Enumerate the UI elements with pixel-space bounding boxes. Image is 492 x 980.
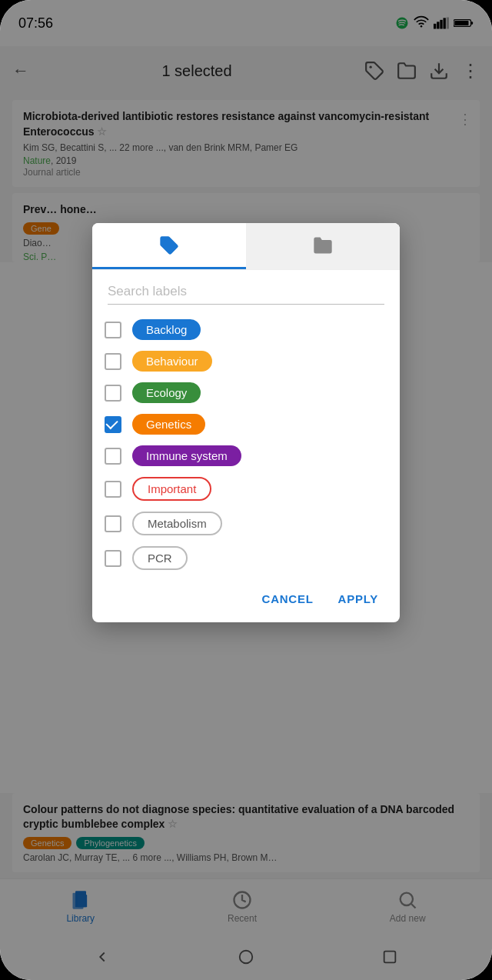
apply-button[interactable]: APPLY <box>332 588 384 610</box>
label-row-pcr: PCR <box>105 541 387 575</box>
label-badge-pcr[interactable]: PCR <box>132 546 188 570</box>
modal-tabs <box>92 223 400 270</box>
checkbox-ecology[interactable] <box>105 385 121 402</box>
label-row-ecology: Ecology <box>105 377 387 408</box>
label-row-important: Important <box>105 472 387 506</box>
checkbox-behaviour[interactable] <box>105 353 121 370</box>
modal-dialog: Backlog Behaviour Ecology Genetics Immun <box>92 223 400 622</box>
modal-search-container <box>92 270 400 308</box>
label-badge-behaviour[interactable]: Behaviour <box>132 351 212 372</box>
label-list: Backlog Behaviour Ecology Genetics Immun <box>92 308 400 582</box>
tab-folders[interactable] <box>246 223 400 269</box>
label-badge-ecology[interactable]: Ecology <box>132 382 201 403</box>
folder-tab-icon <box>312 235 334 256</box>
label-badge-metabolism[interactable]: Metabolism <box>132 512 222 535</box>
label-row-behaviour: Behaviour <box>105 345 387 377</box>
label-badge-backlog[interactable]: Backlog <box>132 319 201 340</box>
search-input[interactable] <box>108 279 384 305</box>
cancel-button[interactable]: CANCEL <box>256 588 320 610</box>
label-badge-important[interactable]: Important <box>132 477 211 501</box>
modal-overlay: Backlog Behaviour Ecology Genetics Immun <box>0 0 492 980</box>
label-row-genetics: Genetics <box>105 408 387 440</box>
checkbox-backlog[interactable] <box>105 322 121 338</box>
tab-labels[interactable] <box>92 223 246 269</box>
modal-actions: CANCEL APPLY <box>92 582 400 622</box>
label-row-metabolism: Metabolism <box>105 506 387 541</box>
label-badge-genetics[interactable]: Genetics <box>132 414 205 435</box>
checkbox-important[interactable] <box>105 481 121 498</box>
svg-point-12 <box>164 240 167 243</box>
label-row-immune: Immune system <box>105 440 387 472</box>
label-badge-immune[interactable]: Immune system <box>132 445 241 466</box>
checkbox-genetics[interactable] <box>105 416 121 433</box>
checkbox-pcr[interactable] <box>105 550 121 567</box>
label-row-backlog: Backlog <box>105 314 387 345</box>
checkbox-metabolism[interactable] <box>105 515 121 532</box>
checkbox-immune[interactable] <box>105 448 121 465</box>
tag-tab-icon <box>158 235 180 256</box>
